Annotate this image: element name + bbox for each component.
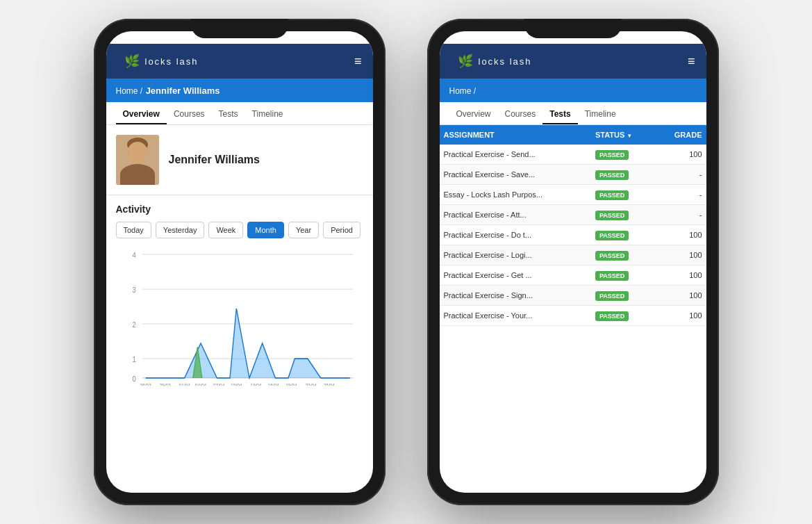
cell-assignment-2: Essay - Locks Lash Purpos... (440, 185, 591, 205)
avatar-image (116, 135, 159, 185)
breadcrumb-home-left: Home / (116, 86, 143, 96)
passed-badge-3: PASSED (595, 211, 629, 220)
tab-courses-left[interactable]: Courses (167, 102, 212, 124)
cell-grade-6: 100 (655, 265, 706, 286)
tab-timeline-left[interactable]: Timeline (245, 102, 290, 124)
cell-status-0: PASSED (591, 145, 655, 165)
logo-right: 🌿 locks lash (451, 51, 539, 72)
avatar (116, 135, 159, 185)
cell-assignment-7: Practical Exercise - Sign... (440, 286, 591, 306)
cell-grade-5: 100 (655, 245, 706, 265)
svg-text:0: 0 (132, 375, 135, 384)
table-row: Practical Exercise - Save... PASSED - (440, 165, 706, 185)
tab-tests-right[interactable]: Tests (542, 102, 577, 124)
passed-badge-2: PASSED (595, 190, 629, 200)
svg-text:22/04: 22/04 (305, 383, 316, 386)
activity-buttons: Today Yesterday Week Month Year Period (116, 222, 363, 238)
passed-badge-0: PASSED (595, 150, 629, 160)
passed-badge-5: PASSED (595, 251, 629, 261)
svg-rect-2 (129, 151, 135, 155)
tests-table-header: ASSIGNMENT STATUS ▼ GRADE (440, 125, 706, 145)
cell-assignment-0: Practical Exercise - Send... (440, 145, 591, 165)
cell-grade-8: 100 (655, 306, 706, 326)
btn-month[interactable]: Month (247, 222, 284, 238)
svg-text:10/04: 10/04 (231, 383, 242, 386)
logo-text-left: locks lash (145, 56, 199, 67)
tab-tests-left[interactable]: Tests (212, 102, 245, 124)
svg-text:2: 2 (132, 320, 135, 329)
cell-assignment-8: Practical Exercise - Your... (440, 306, 591, 326)
header-grade: GRADE (655, 125, 706, 145)
btn-week[interactable]: Week (208, 222, 243, 238)
chart-container: 4 3 2 1 0 26/03 (116, 247, 363, 386)
phone-right-screen: 🌿 locks lash ≡ Home / Overview Courses T… (440, 31, 706, 493)
cell-assignment-5: Practical Exercise - Logi... (440, 245, 591, 265)
svg-point-1 (128, 141, 147, 163)
passed-badge-4: PASSED (595, 231, 629, 240)
tests-table-body: Practical Exercise - Send... PASSED 100 … (440, 145, 706, 326)
cell-grade-0: 100 (655, 145, 706, 165)
cell-status-2: PASSED (591, 185, 655, 205)
tab-courses-right[interactable]: Courses (498, 102, 543, 124)
btn-today[interactable]: Today (116, 222, 151, 238)
cell-status-3: PASSED (591, 205, 655, 225)
header-status: STATUS ▼ (591, 125, 655, 145)
cell-grade-1: - (655, 165, 706, 185)
svg-text:1: 1 (132, 355, 135, 363)
cell-status-5: PASSED (591, 245, 655, 265)
phone-left: 🌿 locks lash ≡ Home / Jennifer Williams … (94, 19, 386, 505)
activity-chart: 4 3 2 1 0 26/03 (123, 247, 356, 386)
logo-icon-right: 🌿 (458, 54, 473, 69)
cell-status-6: PASSED (591, 265, 655, 286)
passed-badge-8: PASSED (595, 311, 629, 321)
svg-text:25/04: 25/04 (323, 383, 334, 386)
btn-period[interactable]: Period (323, 222, 361, 238)
phone-left-screen: 🌿 locks lash ≡ Home / Jennifer Williams … (106, 31, 373, 493)
cell-grade-3: - (655, 205, 706, 225)
svg-text:07/04: 07/04 (213, 383, 224, 386)
breadcrumb-home-right: Home / (449, 86, 477, 96)
svg-point-6 (122, 171, 153, 185)
svg-text:26/03: 26/03 (140, 383, 151, 386)
cell-grade-7: 100 (655, 286, 706, 306)
svg-text:13/04: 13/04 (250, 383, 261, 386)
logo-text-right: locks lash (479, 56, 532, 67)
table-row: Practical Exercise - Get ... PASSED 100 (440, 265, 706, 286)
table-row: Practical Exercise - Sign... PASSED 100 (440, 286, 706, 306)
tab-overview-right[interactable]: Overview (449, 102, 498, 124)
avatar-svg (116, 135, 159, 185)
tests-header-row: ASSIGNMENT STATUS ▼ GRADE (440, 125, 706, 145)
cell-assignment-6: Practical Exercise - Get ... (440, 265, 591, 286)
cell-status-4: PASSED (591, 225, 655, 245)
svg-text:29/03: 29/03 (159, 383, 170, 386)
profile-name: Jennifer Williams (169, 154, 260, 166)
cell-status-7: PASSED (591, 286, 655, 306)
cell-grade-4: 100 (655, 225, 706, 245)
cell-assignment-4: Practical Exercise - Do t... (440, 225, 591, 245)
tests-table: ASSIGNMENT STATUS ▼ GRADE Practical Exer… (440, 125, 706, 326)
status-filter-icon[interactable]: ▼ (627, 133, 632, 139)
tab-overview-left[interactable]: Overview (116, 102, 167, 124)
svg-text:16/04: 16/04 (267, 383, 279, 386)
hamburger-left[interactable]: ≡ (354, 54, 362, 69)
passed-badge-1: PASSED (595, 170, 629, 180)
tabs-left: Overview Courses Tests Timeline (106, 102, 373, 125)
tab-timeline-right[interactable]: Timeline (578, 102, 623, 124)
passed-badge-7: PASSED (595, 291, 629, 301)
btn-year[interactable]: Year (288, 222, 319, 238)
btn-yesterday[interactable]: Yesterday (156, 222, 205, 238)
svg-rect-0 (116, 135, 159, 185)
table-row: Practical Exercise - Do t... PASSED 100 (440, 225, 706, 245)
phone-right: 🌿 locks lash ≡ Home / Overview Courses T… (427, 19, 719, 505)
tests-content: ASSIGNMENT STATUS ▼ GRADE Practical Exer… (440, 125, 706, 493)
svg-text:4: 4 (132, 251, 135, 259)
cell-status-1: PASSED (591, 165, 655, 185)
svg-rect-3 (138, 151, 144, 155)
top-bar-right: 🌿 locks lash ≡ (440, 44, 706, 79)
hamburger-right[interactable]: ≡ (688, 54, 695, 69)
header-assignment: ASSIGNMENT (440, 125, 591, 145)
table-row: Practical Exercise - Your... PASSED 100 (440, 306, 706, 326)
activity-section: Activity Today Yesterday Week Month Year… (106, 195, 373, 493)
svg-text:19/04: 19/04 (285, 383, 297, 386)
profile-section: Jennifer Williams (106, 125, 373, 195)
